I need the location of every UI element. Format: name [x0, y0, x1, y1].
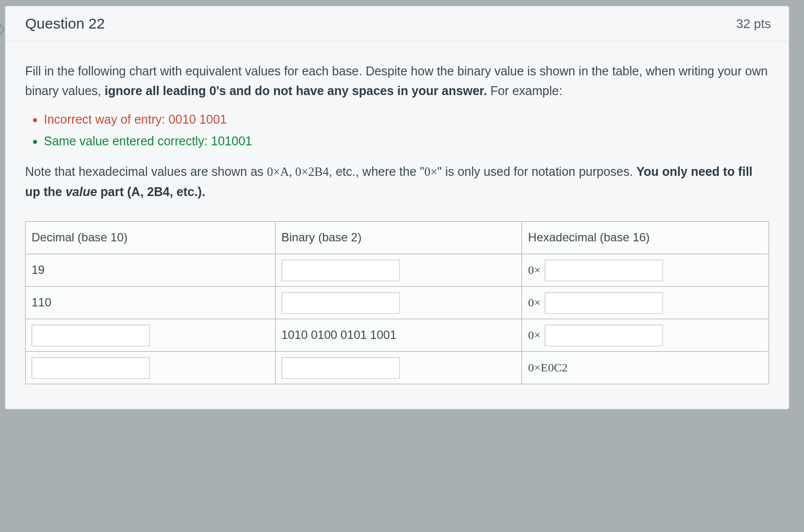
hex-input[interactable]: [545, 292, 663, 314]
binary-cell: [275, 287, 522, 319]
binary-input[interactable]: [281, 357, 400, 379]
instruction-p2d: 0×: [424, 165, 438, 178]
decimal-input[interactable]: [32, 325, 150, 346]
question-points: 32 pts: [736, 16, 771, 32]
question-header: Question 22 32 pts: [5, 6, 789, 41]
binary-input[interactable]: [281, 292, 400, 314]
table-row: 19 0×: [26, 254, 769, 287]
binary-input[interactable]: [281, 260, 400, 281]
table-row: 0×E0C2: [26, 352, 769, 384]
decimal-cell: 110: [26, 287, 276, 319]
hex-input[interactable]: [545, 325, 663, 346]
hex-prefix: 0×: [528, 326, 541, 344]
hex-cell: 0×E0C2: [522, 352, 769, 384]
instruction-p2g: value: [66, 185, 97, 199]
binary-cell: [275, 254, 522, 287]
instruction-p1b: ignore all leading 0's and do not have a…: [105, 84, 487, 98]
instruction-bullets: Incorrect way of entry: 0010 1001 Same v…: [37, 109, 769, 151]
hex-input[interactable]: [545, 260, 663, 281]
col-header-binary: Binary (base 2): [275, 222, 522, 254]
hex-cell: 0×: [522, 319, 769, 352]
bullet-incorrect: Incorrect way of entry: 0010 1001: [44, 109, 769, 129]
decimal-input[interactable]: [32, 357, 150, 379]
table-row: 1010 0100 0101 1001 0×: [26, 319, 769, 352]
binary-cell: 1010 0100 0101 1001: [275, 319, 522, 352]
decimal-cell: [26, 319, 276, 352]
decimal-cell: 19: [26, 254, 276, 287]
hex-static-value: 0×E0C2: [528, 361, 567, 374]
question-body: Fill in the following chart with equival…: [5, 41, 789, 409]
bullet-correct: Same value entered correctly: 101001: [44, 131, 769, 151]
decimal-cell: [26, 352, 276, 384]
question-title: Question 22: [25, 15, 105, 32]
instruction-p1c: For example:: [487, 84, 562, 98]
hex-prefix: 0×: [528, 293, 541, 312]
instruction-p2e: " is only used for notation purposes.: [437, 165, 636, 178]
hex-cell: 0×: [522, 287, 769, 319]
question-card: Question 22 32 pts Fill in the following…: [5, 6, 789, 409]
instruction-p2c: , etc., where the ": [329, 165, 424, 178]
nav-chevron-icon: [0, 20, 6, 39]
binary-cell: [275, 352, 522, 384]
hex-cell: 0×: [522, 254, 769, 287]
instruction-paragraph-1: Fill in the following chart with equival…: [25, 61, 769, 100]
table-row: 110 0×: [26, 287, 769, 319]
instruction-p2b: 0×A, 0×2B4: [267, 165, 329, 178]
conversion-table: Decimal (base 10) Binary (base 2) Hexade…: [25, 221, 769, 384]
col-header-hex: Hexadecimal (base 16): [522, 222, 769, 254]
instruction-paragraph-2: Note that hexadecimal values are shown a…: [25, 162, 769, 201]
col-header-decimal: Decimal (base 10): [26, 222, 276, 254]
hex-prefix: 0×: [528, 261, 541, 279]
instruction-p2h: part (A, 2B4, etc.).: [97, 185, 206, 199]
instruction-p2a: Note that hexadecimal values are shown a…: [25, 165, 267, 178]
